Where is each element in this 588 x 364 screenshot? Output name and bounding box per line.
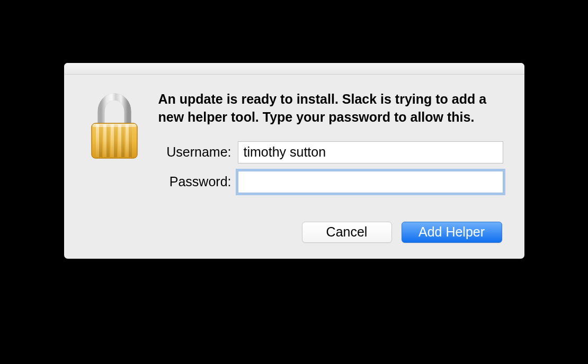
svg-rect-10 [126,124,129,157]
svg-rect-11 [129,124,132,157]
lock-icon [85,154,144,163]
svg-rect-6 [111,124,114,157]
password-label: Password: [158,174,238,189]
password-row: Password: [158,171,503,193]
password-field[interactable] [238,171,503,193]
add-helper-button[interactable]: Add Helper [402,222,502,243]
content-column: An update is ready to install. Slack is … [158,90,503,243]
username-field[interactable] [238,141,503,163]
svg-rect-5 [106,124,110,157]
svg-rect-8 [118,124,121,157]
icon-column [85,90,144,243]
svg-rect-4 [103,124,106,157]
svg-rect-7 [114,124,117,157]
auth-dialog: An update is ready to install. Slack is … [64,63,524,259]
svg-rect-3 [99,124,102,157]
dialog-body: An update is ready to install. Slack is … [64,75,524,259]
cancel-button[interactable]: Cancel [302,222,392,243]
username-row: Username: [158,141,503,163]
svg-rect-2 [96,124,99,157]
dialog-message: An update is ready to install. Slack is … [158,90,503,126]
button-row: Cancel Add Helper [158,222,503,243]
dialog-titlebar [64,63,524,75]
username-label: Username: [158,144,238,160]
svg-rect-9 [121,124,124,157]
